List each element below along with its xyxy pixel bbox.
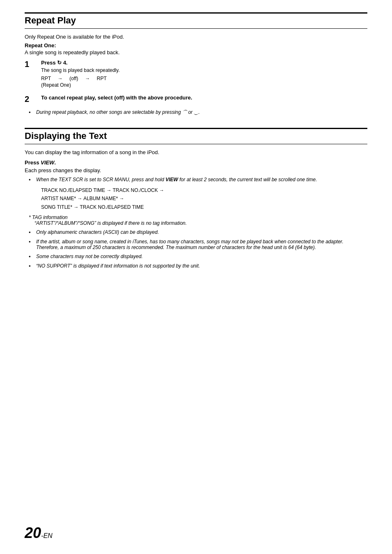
asterisk-title: * TAG information: [29, 215, 367, 220]
step-1-title: Press ↻ 4.: [41, 60, 367, 66]
repeat-play-title: Repeat Play: [25, 12, 367, 29]
step-2-container: 2 To cancel repeat play, select (off) wi…: [25, 95, 367, 104]
view-key: VIEW: [41, 159, 54, 166]
page: Repeat Play Only Repeat One is available…: [0, 0, 392, 554]
bullet-note-3: • Some characters may not be correctly d…: [29, 254, 367, 260]
step-1-container: 1 Press ↻ 4. The song is played back rep…: [25, 60, 367, 89]
page-number: 20-EN: [25, 524, 53, 542]
asterisk-note: * TAG information “ARTIST”/“ALBUM”/“SONG…: [29, 215, 367, 226]
asterisk-desc: “ARTIST”/“ALBUM”/“SONG” is displayed if …: [35, 220, 367, 226]
code-block: TRACK NO./ELAPSED TIME → TRACK NO./CLOCK…: [41, 186, 367, 211]
displaying-text-title: Displaying the Text: [25, 128, 367, 144]
step-1-desc: The song is played back repeatedly.: [41, 67, 367, 73]
bullet-note-4: • “NO SUPPORT” is displayed if text info…: [29, 263, 367, 269]
bullet-2: •: [29, 239, 35, 245]
bullet-note-2-text: If the artist, album or song name, creat…: [36, 239, 367, 250]
bullet-note-4-text: “NO SUPPORT” is displayed if text inform…: [36, 263, 200, 269]
code-line-2: ARTIST NAME* → ALBUM NAME* →: [41, 194, 367, 203]
bullet-note-2: • If the artist, album or song name, cre…: [29, 239, 367, 250]
note1-text: When the TEXT SCR is set to SCR MANU, pr…: [36, 177, 317, 182]
bullet-note-3-text: Some characters may not be correctly dis…: [36, 254, 143, 259]
displaying-note1: • When the TEXT SCR is set to SCR MANU, …: [29, 177, 367, 183]
repeat-play-intro: Only Repeat One is available for the iPo…: [25, 34, 367, 40]
step-2-title: To cancel repeat play, select (off) with…: [41, 95, 367, 101]
page-number-value: 20: [25, 524, 41, 541]
bullet-note-1-text: Only alphanumeric characters (ASCII) can…: [36, 229, 159, 235]
code-line-3: SONG TITLE* → TRACK NO./ELAPSED TIME: [41, 203, 367, 211]
repeat-play-section: Repeat Play Only Repeat One is available…: [25, 12, 367, 115]
page-number-suffix: -EN: [41, 532, 53, 539]
note-bullet: •: [29, 109, 35, 115]
step-1-content: Press ↻ 4. The song is played back repea…: [41, 60, 367, 89]
step-1-flow: RPT → (off) → RPT: [41, 76, 367, 81]
note1-bullet: •: [29, 177, 35, 183]
code-line-1: TRACK NO./ELAPSED TIME → TRACK NO./CLOCK…: [41, 186, 367, 194]
bullet-1: •: [29, 229, 35, 235]
displaying-text-section: Displaying the Text You can display the …: [25, 128, 367, 269]
repeat-one-label: Repeat One:: [25, 42, 367, 48]
repeat-play-note: • During repeat playback, no other songs…: [29, 109, 367, 115]
bullet-4: •: [29, 263, 35, 269]
press-desc: Each press changes the display.: [25, 167, 367, 173]
bullet-note-1: • Only alphanumeric characters (ASCII) c…: [29, 229, 367, 235]
press-label: Press VIEW.: [25, 159, 56, 166]
note-text: During repeat playback, no other songs a…: [36, 109, 200, 115]
press-view-line: Press VIEW.: [25, 159, 367, 166]
step-2-content: To cancel repeat play, select (off) with…: [41, 95, 367, 102]
step-2-number: 2: [25, 95, 37, 104]
displaying-text-intro: You can display the tag information of a…: [25, 149, 367, 155]
repeat-one-desc: A single song is repeatedly played back.: [25, 49, 367, 55]
step-1-flow-sub: (Repeat One): [41, 82, 367, 88]
step-1-number: 1: [25, 60, 37, 69]
bullet-3: •: [29, 254, 35, 260]
